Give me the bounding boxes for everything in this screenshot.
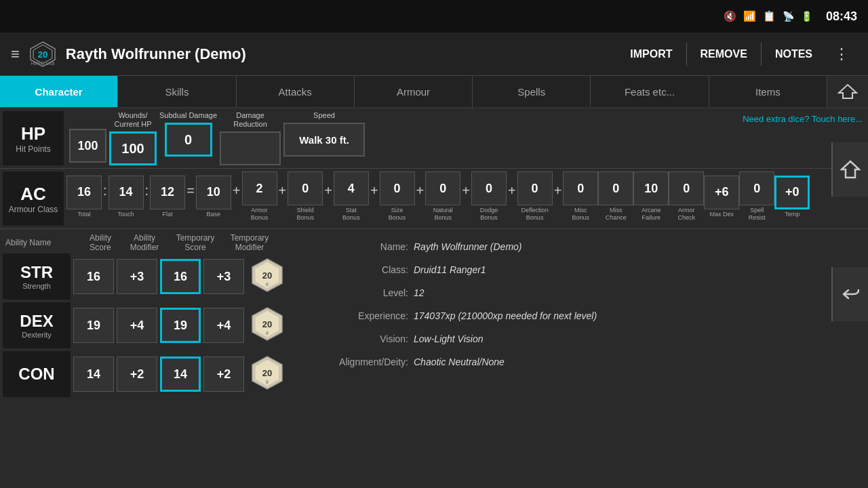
stat-box-dex: DEXDexterity: [3, 302, 71, 348]
ac-value-11[interactable]: 0: [563, 171, 598, 205]
ac-sublabel-6: StatBonus: [342, 207, 360, 222]
stat-tempmod-con[interactable]: +2: [203, 357, 244, 392]
ac-sublabel-10: DeflectionBonus: [521, 207, 549, 222]
ac-separator-plus-9: +: [460, 183, 471, 211]
ac-separator-eq: =: [185, 183, 196, 211]
stat-score-dex[interactable]: 19: [73, 308, 114, 343]
char-level-value: 12: [414, 283, 425, 302]
hp-dmgred-value[interactable]: [220, 131, 281, 165]
stat-modifier-str[interactable]: +3: [117, 259, 157, 294]
tab-character[interactable]: Character: [0, 76, 118, 107]
hamburger-menu[interactable]: ≡: [11, 45, 20, 63]
ac-sublabel-12: MissChance: [606, 207, 627, 222]
svg-text:HERO LAB: HERO LAB: [31, 60, 55, 65]
ac-value-12[interactable]: 0: [598, 171, 633, 205]
char-vision-row: Vision:Low-Light Vision: [332, 329, 857, 348]
ac-section: AC Armour Class 16Total:14Touch:12Flat=1…: [0, 169, 868, 229]
dice-dex[interactable]: 20 8: [250, 306, 285, 344]
ac-value-16[interactable]: 0: [739, 171, 774, 205]
ac-sublabel-14: ArmorCheck: [678, 207, 696, 222]
ac-value-1[interactable]: 14: [108, 176, 144, 209]
ac-value-10[interactable]: 0: [517, 171, 553, 205]
ac-separator-plus-7: +: [369, 183, 380, 211]
stat-tempscore-str[interactable]: 16: [160, 259, 201, 294]
svg-text:8: 8: [266, 282, 269, 287]
ac-separator-2: :: [144, 183, 151, 211]
svg-text:20: 20: [38, 49, 47, 60]
remove-button[interactable]: REMOVE: [687, 43, 762, 66]
stat-tempmod-dex[interactable]: +4: [203, 308, 244, 343]
tab-spells[interactable]: Spells: [473, 76, 591, 107]
ac-sublabel-16: SpellResist: [749, 207, 766, 222]
char-name-row: Name:Rayth Wolfrunner (Demo): [332, 237, 857, 256]
ac-value-2[interactable]: 12: [150, 176, 185, 209]
tab-extra: [827, 76, 868, 107]
char-class-label: Class:: [332, 260, 414, 279]
ac-value-8[interactable]: 0: [425, 171, 460, 205]
stat-score-str[interactable]: 16: [73, 259, 114, 294]
stat-tempmod-str[interactable]: +3: [203, 259, 244, 294]
ac-value-0[interactable]: 16: [66, 176, 102, 209]
tab-bar: Character Skills Attacks Armour Spells F…: [0, 76, 868, 108]
back-side-button[interactable]: [831, 267, 868, 321]
ac-value-5[interactable]: 0: [288, 171, 323, 205]
home-side-button[interactable]: [831, 142, 868, 197]
dice-link[interactable]: Need extra dice? Touch here...: [743, 114, 863, 124]
ac-value-7[interactable]: 0: [380, 171, 415, 205]
stat-abbr-con: CON: [18, 365, 54, 384]
ac-col-armor-check: 0ArmorCheck: [669, 171, 704, 222]
ac-col-touch: 14Touch: [108, 176, 144, 218]
import-button[interactable]: IMPORT: [616, 43, 686, 66]
ac-value-4[interactable]: 2: [242, 171, 277, 205]
ac-value-3[interactable]: 10: [196, 176, 231, 209]
stat-score-con[interactable]: 14: [73, 357, 114, 392]
notes-button[interactable]: NOTES: [762, 43, 826, 66]
character-info-panel: Name:Rayth Wolfrunner (Demo)Class:Druid1…: [324, 232, 865, 400]
ac-sublabel-1: Touch: [118, 211, 134, 218]
ac-sublabel-17: Temp: [785, 211, 800, 218]
ac-separator-plus-4: +: [231, 183, 242, 211]
ability-col-header-name: Ability Name: [5, 238, 80, 247]
stat-tempscore-dex[interactable]: 19: [160, 308, 201, 343]
stat-modifier-con[interactable]: +2: [117, 357, 157, 392]
ac-col-max-dex: +6Max Dex: [704, 176, 739, 218]
ac-separator-plus-5: +: [277, 183, 288, 211]
tab-armour[interactable]: Armour: [355, 76, 473, 107]
char-name-value: Rayth Wolfrunner (Demo): [414, 237, 522, 256]
svg-marker-17: [842, 161, 859, 178]
hp-wounds-value[interactable]: 100: [109, 131, 157, 165]
more-options-button[interactable]: ⋮: [826, 40, 857, 68]
hp-wounds-col: Wounds/Current HP 100: [109, 111, 157, 165]
ac-col-stat-bonus: 4StatBonus: [334, 171, 369, 222]
ac-sublabel-9: DodgeBonus: [480, 207, 498, 222]
sim-icon: 📋: [763, 10, 776, 22]
ac-sublabel-5: ShieldBonus: [296, 207, 314, 222]
ac-value-17[interactable]: +0: [774, 176, 810, 209]
ac-col-armor-bonus: 2ArmorBonus: [242, 171, 277, 222]
hp-current-value[interactable]: 100: [69, 129, 106, 163]
svg-text:20: 20: [262, 369, 272, 379]
tab-skills[interactable]: Skills: [118, 76, 236, 107]
stat-modifier-dex[interactable]: +4: [117, 308, 157, 343]
ac-value-6[interactable]: 4: [334, 171, 369, 205]
ac-col-flat: 12Flat: [150, 176, 185, 218]
ac-value-15[interactable]: +6: [704, 176, 739, 209]
ac-sublabel-13: ArcaneFailure: [642, 207, 661, 222]
stat-tempscore-con[interactable]: 14: [160, 357, 201, 392]
ac-value-13[interactable]: 10: [633, 171, 669, 205]
ac-col-base: 10Base: [196, 176, 231, 218]
ac-value-14[interactable]: 0: [669, 171, 704, 205]
ac-value-9[interactable]: 0: [471, 171, 507, 205]
stat-abbr-dex: DEX: [20, 312, 53, 331]
dice-con[interactable]: 20 8: [250, 355, 285, 393]
hp-subdual-value[interactable]: 0: [165, 123, 212, 157]
char-level-label: Level:: [332, 283, 414, 302]
dice-str[interactable]: 20 8: [250, 258, 285, 296]
char-class-row: Class:Druid11 Ranger1: [332, 260, 857, 279]
tab-attacks[interactable]: Attacks: [237, 76, 355, 107]
ac-sublabel-8: NaturalBonus: [433, 207, 453, 222]
tab-items[interactable]: Items: [709, 76, 827, 107]
mute-icon: 🔇: [724, 10, 736, 22]
ac-sublabel-11: MiscBonus: [572, 207, 590, 222]
tab-feats[interactable]: Feats etc...: [591, 76, 709, 107]
